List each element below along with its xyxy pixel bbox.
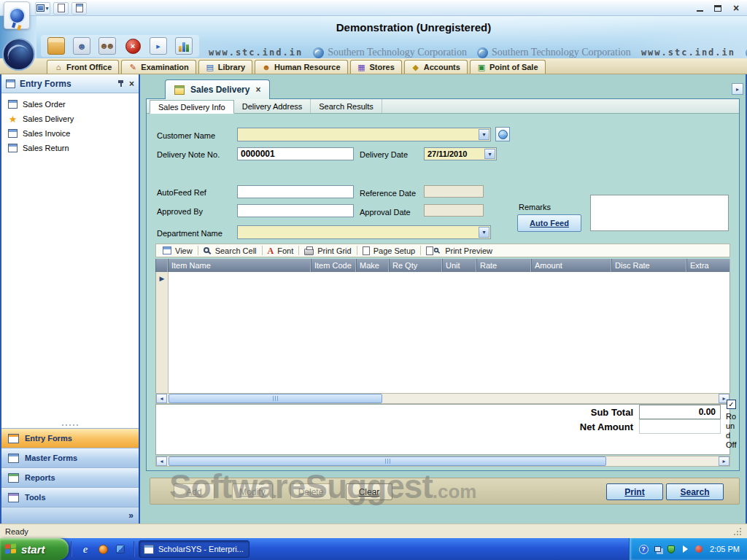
browser-icon[interactable]	[97, 543, 109, 555]
close-button[interactable]: ×	[729, 2, 743, 14]
tab-stores[interactable]: ▦Stores	[350, 60, 402, 74]
nav-tools[interactable]: Tools	[1, 487, 139, 507]
delivery-date-picker[interactable]: 27/11/2010 ▾	[424, 147, 497, 160]
minimize-button[interactable]	[692, 2, 707, 14]
volume-tray-icon[interactable]	[680, 544, 690, 554]
grid-view-button[interactable]: View	[160, 244, 196, 257]
customer-lookup-button[interactable]	[495, 127, 510, 141]
search-button[interactable]: Search	[666, 483, 724, 500]
column-rate[interactable]: Rate	[476, 259, 531, 272]
subtab-search-results[interactable]: Search Results	[311, 99, 382, 113]
chevron-down-icon[interactable]: ▾	[479, 227, 489, 238]
sidebar-close-icon[interactable]: ×	[129, 79, 134, 88]
maximize-button[interactable]	[711, 2, 725, 14]
tab-library[interactable]: ▤Library	[198, 60, 252, 74]
tab-accounts[interactable]: ◆Accounts	[404, 60, 468, 74]
chevron-down-icon[interactable]: ▾	[484, 149, 495, 159]
user-security-toolbar-button[interactable]: ☻	[73, 37, 90, 55]
document-tab-sales-delivery[interactable]: Sales Delivery ×	[165, 79, 270, 99]
subtab-sales-delivery-info[interactable]: Sales Delivery Info	[150, 100, 234, 114]
nav-entry-forms[interactable]: Entry Forms	[1, 428, 139, 448]
tab-examination[interactable]: ✎Examination	[121, 60, 196, 74]
tab-point-of-sale[interactable]: ▣Point of Sale	[470, 60, 546, 74]
resize-grip[interactable]	[733, 527, 742, 536]
internet-explorer-icon[interactable]: e	[80, 543, 91, 555]
grid-search-cell-button[interactable]: Search Cell	[201, 244, 260, 257]
column-disc-rate[interactable]: Disc Rate	[611, 259, 686, 272]
customer-name-combo[interactable]: ▾	[237, 128, 491, 141]
remarks-textarea[interactable]	[590, 195, 729, 231]
app-menu-button[interactable]	[4, 1, 30, 29]
grid-print-grid-button[interactable]: Print Grid	[301, 244, 354, 257]
round-off-checkbox[interactable]: ✓	[727, 400, 736, 409]
network-tray-icon[interactable]	[652, 544, 662, 554]
grid-print-preview-button[interactable]: Print Preview	[423, 244, 495, 257]
delete-button[interactable]: Delete	[290, 483, 331, 500]
export-toolbar-button[interactable]: ▸	[150, 37, 167, 55]
document-button[interactable]	[53, 2, 69, 15]
scroll-left-icon[interactable]: ◂	[156, 394, 167, 403]
scrollbar-thumb[interactable]	[169, 394, 382, 403]
users-toolbar-button[interactable]: ☻☻	[98, 37, 116, 55]
autofeed-ref-input[interactable]	[237, 185, 354, 198]
column-item-name[interactable]: Item Name	[168, 259, 311, 272]
subtab-delivery-address[interactable]: Delivery Address	[234, 99, 311, 113]
grid-font-button[interactable]: AFont	[265, 244, 297, 257]
scrollbar-track[interactable]	[167, 394, 719, 403]
column-amount[interactable]: Amount	[531, 259, 611, 272]
sidebar-item-sales-return[interactable]: Sales Return	[1, 141, 139, 155]
clear-button[interactable]: Clear	[346, 483, 392, 500]
print-button[interactable]: Print	[606, 483, 663, 500]
tab-front-office[interactable]: ⌂Front Office	[47, 60, 119, 74]
form-icon	[8, 129, 18, 138]
modify-button[interactable]: Modify	[232, 483, 273, 500]
tab-close-icon[interactable]: ×	[255, 85, 260, 95]
column-item-code[interactable]: Item Code	[311, 259, 356, 272]
clock[interactable]: 2:05 PM	[710, 545, 740, 553]
pin-icon[interactable]	[117, 79, 125, 88]
reference-date-label: Reference Date	[360, 189, 416, 198]
scroll-right-icon[interactable]: ▸	[719, 456, 729, 466]
nav-reports[interactable]: Reports	[1, 467, 139, 487]
delivery-note-input[interactable]: 0000001	[237, 147, 354, 160]
scrollbar-track[interactable]	[167, 456, 719, 466]
package-toolbar-button[interactable]	[47, 37, 65, 55]
start-button[interactable]: start	[0, 538, 69, 560]
alert-tray-icon[interactable]	[694, 544, 704, 554]
sidebar-item-sales-invoice[interactable]: Sales Invoice	[1, 126, 139, 141]
scrollbar-thumb[interactable]	[169, 456, 606, 466]
main-area: Sales Delivery × ▸ Sales Delivery Info D…	[140, 74, 746, 524]
sidebar-splitter[interactable]	[1, 421, 139, 428]
chevron-double-icon[interactable]: »	[128, 510, 133, 521]
approved-by-input[interactable]	[237, 204, 354, 217]
nav-master-forms[interactable]: Master Forms	[1, 448, 139, 467]
menu-button[interactable]: ▾	[35, 2, 50, 15]
window-controls: ×	[692, 2, 743, 14]
panel-horizontal-scrollbar[interactable]: ◂ ▸	[155, 456, 730, 467]
sidebar-item-sales-delivery[interactable]: ★Sales Delivery	[1, 112, 139, 126]
column-extra[interactable]: Extra	[686, 259, 730, 272]
auto-feed-button[interactable]: Auto Feed	[517, 214, 581, 232]
add-button[interactable]: Add	[174, 483, 214, 500]
column-unit[interactable]: Unit	[442, 259, 476, 272]
chevron-down-icon[interactable]: ▾	[479, 129, 489, 140]
security-shield-tray-icon[interactable]	[666, 544, 676, 554]
report-button[interactable]	[71, 2, 87, 15]
windows-flag-icon	[5, 543, 17, 555]
tab-scroll-button[interactable]: ▸	[732, 83, 743, 95]
sidebar-item-sales-order[interactable]: Sales Order	[1, 97, 139, 112]
help-tray-icon[interactable]: ?	[638, 544, 649, 554]
quick-launch: e	[74, 538, 131, 560]
reports-toolbar-button[interactable]	[175, 37, 193, 55]
grid-horizontal-scrollbar[interactable]: ◂ ▸	[155, 393, 730, 404]
column-make[interactable]: Make	[356, 259, 389, 272]
grid-page-setup-button[interactable]: Page Setup	[360, 244, 419, 257]
tab-human-resource[interactable]: ☻Human Resource	[255, 60, 347, 74]
messenger-icon[interactable]	[115, 543, 126, 555]
column-re-qty[interactable]: Re Qty	[389, 259, 442, 272]
department-name-combo[interactable]: ▾	[237, 225, 491, 239]
scroll-left-icon[interactable]: ◂	[156, 456, 167, 466]
grid-toolbar: View Search Cell AFont Print Grid Page S…	[155, 244, 730, 257]
exit-toolbar-button[interactable]: ×	[124, 37, 142, 55]
taskbar-task-scholarsys[interactable]: ScholarSYS - Enterpri...	[139, 540, 249, 558]
